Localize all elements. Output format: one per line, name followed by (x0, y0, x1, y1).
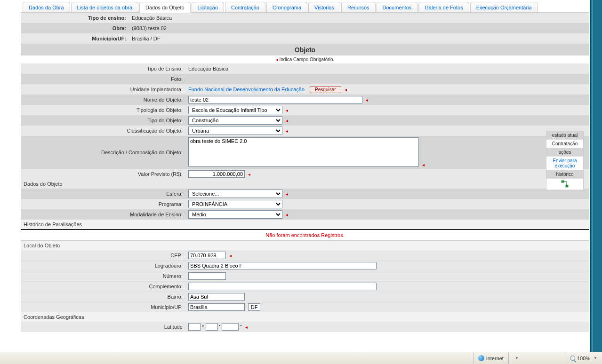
required-marker-icon: ◂ (286, 118, 288, 123)
lbl-tipo-objeto: Tipo do Objeto: (21, 115, 185, 126)
svg-rect-1 (566, 185, 568, 187)
subheader-historico: Histórico de Paralisações (21, 220, 589, 229)
form-objeto: Tipo de Ensino: Educação Básica Foto: Un… (21, 63, 589, 179)
lbl-classificacao: Classificação do Objeto: (21, 126, 185, 136)
side-historico-head: histórico (546, 170, 583, 179)
lbl-municipio-uf: Município/UF: (21, 302, 185, 312)
form-coordenadas: Latitude ° ' " ◂ (21, 322, 589, 332)
tipologia-select[interactable]: Escola de Educação Infantil Tipo (188, 106, 282, 114)
tab-licitacao[interactable]: Licitação (192, 2, 224, 12)
lbl-descricao: Descrição / Composição do Objeto: (21, 136, 185, 169)
lat-sec-input[interactable] (222, 323, 239, 331)
no-records-message: Não foram encontrados Registros. (21, 230, 589, 240)
lbl-tipo-ensino: Tipo de Ensino: (21, 63, 185, 74)
form-dados-objeto: Esfera: Selecione... ◂ Programa: PROINFÂ… (21, 189, 589, 220)
link-unidade[interactable]: Fundo Nacional de Desenvolvimento da Edu… (188, 87, 305, 92)
complemento-input[interactable] (188, 283, 377, 290)
lbl-logradouro: Logradouro: (21, 261, 185, 271)
status-internet-zone: Internet (473, 352, 508, 364)
lbl-programa: Programa: (21, 199, 185, 209)
tab-lista-objetos[interactable]: Lista de objetos da obra (71, 2, 138, 12)
required-marker-icon: ◂ (286, 108, 288, 113)
header-obra-label: Obra: (21, 23, 129, 33)
tab-recursos[interactable]: Recursos (341, 2, 375, 12)
lbl-latitude: Latitude (21, 322, 185, 332)
minute-symbol: ' (219, 324, 220, 330)
lbl-nome-objeto: Nome do Objeto: (21, 95, 185, 105)
page-right-border (590, 0, 602, 352)
lbl-tipologia: Tipologia do Objeto: (21, 105, 185, 115)
degree-symbol: ° (202, 324, 204, 330)
valor-previsto-input[interactable] (188, 170, 245, 178)
required-marker-icon: ◂ (286, 212, 288, 217)
header-municipio-value: Brasília / DF (129, 33, 589, 44)
workflow-icon (561, 180, 569, 189)
modalidade-select[interactable]: Médio (188, 210, 282, 219)
side-historico-icon-cell[interactable] (546, 179, 583, 190)
numero-input[interactable] (188, 272, 226, 280)
lbl-numero: Número: (21, 271, 185, 281)
subheader-coordenadas: Coordenadas Geográficas (21, 312, 589, 322)
lbl-valor-previsto: Valor Previsto (R$): (21, 169, 185, 179)
tab-dados-obra[interactable]: Dados da Obra (23, 2, 70, 12)
municipio-input[interactable] (188, 303, 245, 311)
tab-cronograma[interactable]: Cronograma (266, 2, 307, 12)
magnifier-icon (570, 356, 575, 361)
mandatory-marker-icon: ◂ (276, 57, 278, 62)
tab-execucao[interactable]: Execução Orçamentária (470, 2, 538, 12)
tab-galeria[interactable]: Galeria de Fotos (418, 2, 469, 12)
required-marker-icon: ◂ (286, 191, 288, 197)
tab-bar: Dados da Obra Lista de objetos da obra D… (21, 0, 589, 13)
tab-contratacao[interactable]: Contratação (225, 2, 265, 12)
descricao-textarea[interactable]: obra teste do SIMEC 2.0 (188, 137, 419, 166)
logradouro-input[interactable] (188, 262, 377, 269)
side-panel: estado atual Contratação ações Enviar pa… (546, 131, 584, 190)
side-acoes-head: ações (546, 148, 583, 157)
programa-select[interactable]: PROINFÂNCIA (188, 200, 282, 208)
required-marker-icon: ◂ (345, 87, 347, 92)
required-marker-icon: ◂ (229, 253, 232, 258)
pesquisar-button[interactable]: Pesquisar (310, 86, 341, 93)
header-municipio-label: Município/UF: (21, 33, 129, 44)
tab-vistorias[interactable]: Vistorias (308, 2, 340, 12)
status-zoom-control[interactable]: 100% ▼ (565, 352, 602, 364)
required-marker-icon: ◂ (422, 162, 425, 167)
section-title-objeto: Objeto (21, 44, 589, 55)
status-zoom-value: 100% (577, 356, 590, 361)
lbl-unidade: Unidade Implantadora: (21, 84, 185, 95)
val-foto (185, 74, 589, 84)
required-marker-icon: ◂ (245, 324, 248, 330)
lat-min-input[interactable] (206, 323, 218, 331)
mandatory-note: ◂ Indica Campo Obrigatório. (21, 55, 589, 63)
status-security-zone[interactable]: ▼ (508, 352, 565, 364)
tipo-objeto-select[interactable]: Construção (188, 116, 282, 125)
browser-status-bar: Internet ▼ 100% ▼ (0, 352, 602, 364)
chevron-down-icon: ▼ (594, 356, 597, 360)
esfera-select[interactable]: Selecione... (188, 190, 282, 198)
classificacao-select[interactable]: Urbana (188, 127, 282, 135)
uf-input[interactable] (248, 303, 260, 311)
side-enviar-link[interactable]: Enviar para execução (546, 157, 583, 170)
required-marker-icon: ◂ (248, 172, 250, 177)
header-tipo-ensino-value: Educação Básica (129, 13, 589, 23)
val-tipo-ensino: Educação Básica (185, 63, 589, 74)
side-estado-head: estado atual (546, 131, 583, 140)
tab-dados-objeto[interactable]: Dados do Objeto (139, 2, 191, 12)
lbl-bairro: Bairro: (21, 292, 185, 302)
header-tipo-ensino-label: Tipo de ensino: (21, 13, 129, 23)
lbl-modalidade: Modalidade de Ensino: (21, 209, 185, 220)
cep-input[interactable] (188, 252, 226, 259)
header-obra-value: (9083) teste 02 (129, 23, 589, 33)
subheader-local: Local do Objeto (21, 241, 589, 250)
bairro-input[interactable] (188, 293, 245, 301)
nome-objeto-input[interactable] (188, 96, 362, 103)
status-internet-label: Internet (486, 356, 504, 361)
chevron-down-icon: ▼ (515, 356, 519, 360)
form-local: CEP: ◂ Logradouro: Número: Complemento: … (21, 250, 589, 312)
tab-documentos[interactable]: Documentos (377, 2, 418, 12)
subheader-dados-objeto: Dados do Objeto (21, 179, 589, 189)
lat-deg-input[interactable] (188, 323, 201, 331)
lbl-cep: CEP: (21, 250, 185, 261)
globe-icon (478, 355, 484, 361)
required-marker-icon: ◂ (286, 128, 288, 134)
